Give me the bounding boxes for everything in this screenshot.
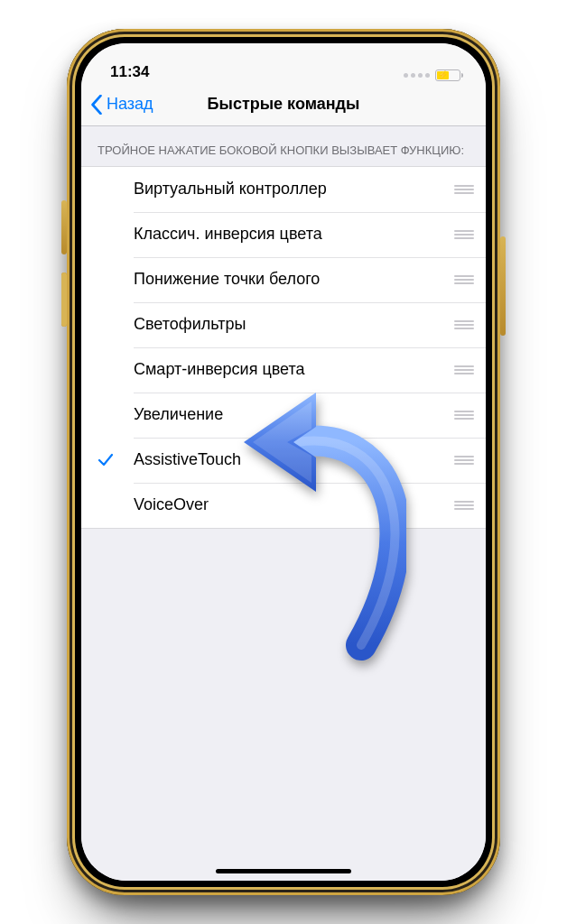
reorder-handle-icon[interactable] bbox=[450, 320, 486, 329]
row-label: VoiceOver bbox=[134, 495, 450, 514]
cellular-dots-icon bbox=[404, 73, 430, 78]
status-right: ⚡ bbox=[404, 69, 460, 81]
list-item[interactable]: Понижение точки белого bbox=[81, 257, 486, 302]
list-item[interactable]: Смарт-инверсия цвета bbox=[81, 347, 486, 393]
chevron-left-icon bbox=[90, 95, 103, 115]
section-header: ТРОЙНОЕ НАЖАТИЕ БОКОВОЙ КНОПКИ ВЫЗЫВАЕТ … bbox=[81, 126, 486, 166]
list-item[interactable]: Светофильтры bbox=[81, 302, 486, 347]
list-item[interactable]: Виртуальный контроллер bbox=[81, 167, 486, 212]
battery-fill: ⚡ bbox=[437, 71, 449, 79]
row-label: Понижение точки белого bbox=[134, 270, 450, 289]
home-indicator[interactable] bbox=[216, 869, 351, 873]
shortcut-list: Виртуальный контроллер Классич. инверсия… bbox=[81, 166, 486, 529]
row-label: Светофильтры bbox=[134, 315, 450, 334]
row-label: Классич. инверсия цвета bbox=[134, 225, 450, 244]
row-label: Смарт-инверсия цвета bbox=[134, 360, 450, 379]
phone-frame: 11:34 ⚡ Назад Быстрые команды bbox=[67, 29, 500, 895]
back-label: Назад bbox=[107, 95, 153, 114]
reorder-handle-icon[interactable] bbox=[450, 365, 486, 374]
row-label: AssistiveTouch bbox=[134, 450, 450, 469]
status-bar: 11:34 ⚡ bbox=[81, 43, 486, 83]
nav-bar: Назад Быстрые команды bbox=[81, 83, 486, 126]
content: ТРОЙНОЕ НАЖАТИЕ БОКОВОЙ КНОПКИ ВЫЗЫВАЕТ … bbox=[81, 126, 486, 881]
battery-icon: ⚡ bbox=[435, 69, 460, 81]
list-item[interactable]: Увеличение bbox=[81, 393, 486, 438]
reorder-handle-icon[interactable] bbox=[450, 411, 486, 420]
row-label: Увеличение bbox=[134, 405, 450, 424]
back-button[interactable]: Назад bbox=[81, 95, 153, 115]
row-label: Виртуальный контроллер bbox=[134, 180, 450, 199]
reorder-handle-icon[interactable] bbox=[450, 456, 486, 465]
screen: 11:34 ⚡ Назад Быстрые команды bbox=[81, 43, 486, 881]
checkmark-icon bbox=[98, 452, 114, 468]
charging-bolt-icon: ⚡ bbox=[438, 71, 448, 79]
status-time: 11:34 bbox=[110, 63, 149, 81]
list-item[interactable]: Классич. инверсия цвета bbox=[81, 212, 486, 257]
reorder-handle-icon[interactable] bbox=[450, 230, 486, 239]
list-item[interactable]: VoiceOver bbox=[81, 483, 486, 528]
list-item[interactable]: AssistiveTouch bbox=[81, 438, 486, 483]
check-slot bbox=[98, 452, 134, 468]
reorder-handle-icon[interactable] bbox=[450, 275, 486, 284]
reorder-handle-icon[interactable] bbox=[450, 501, 486, 510]
reorder-handle-icon[interactable] bbox=[450, 185, 486, 194]
